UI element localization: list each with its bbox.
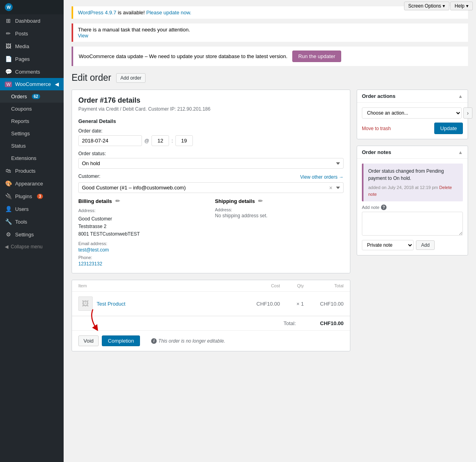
customer-select[interactable]: Good Customer (#1 – info@customweb.com) <box>78 182 344 193</box>
action-select-row: Choose an action... Email invoice / orde… <box>362 107 463 119</box>
sidebar-item-settings2[interactable]: ⚙ Settings <box>0 228 64 241</box>
run-updater-button[interactable]: Run the updater <box>292 51 341 62</box>
move-to-trash-link[interactable]: Move to trash <box>362 126 391 131</box>
items-table-header: Item Cost Qty Total <box>72 280 350 292</box>
item-total: CHF10.00 <box>304 301 344 307</box>
order-details-card: Order #176 details Payment via Credit / … <box>72 90 350 273</box>
billing-city: 8001 TESTCustomwebTEST <box>78 230 207 238</box>
sidebar-item-media[interactable]: 🖼 Media <box>0 40 64 53</box>
sidebar-item-reports[interactable]: Reports <box>0 115 64 127</box>
users-icon: 👤 <box>5 206 12 212</box>
plugins-badge: 3 <box>37 194 43 199</box>
sidebar-item-posts[interactable]: ✏ Posts <box>0 27 64 40</box>
billing-phone-link[interactable]: 123123132 <box>78 261 102 267</box>
add-order-button[interactable]: Add order <box>116 73 146 83</box>
action-go-button[interactable]: › <box>463 107 472 119</box>
add-note-label: Add note ? <box>362 205 463 210</box>
sidebar-item-dashboard[interactable]: ⊞ Dashboard <box>0 14 64 27</box>
sidebar-item-woocommerce[interactable]: W WooCommerce ◀ <box>0 78 64 90</box>
note-footer: Private note Note to customer Add <box>362 240 463 250</box>
page-header: Edit order Add order <box>72 72 468 83</box>
note-type-select[interactable]: Private note Note to customer <box>362 240 414 250</box>
at-label: @ <box>144 138 149 144</box>
sidebar-item-extensions[interactable]: Extensions <box>0 152 64 164</box>
billing-edit-icon[interactable]: ✏ <box>115 198 120 204</box>
order-notes-card: Order notes ▲ Order status changed from … <box>357 146 468 255</box>
update-button[interactable]: Update <box>434 123 463 134</box>
general-details-title: General Details <box>78 118 344 124</box>
void-button[interactable]: Void <box>78 335 99 346</box>
view-link[interactable]: View <box>78 33 88 39</box>
sidebar-item-comments[interactable]: 💬 Comments <box>0 65 64 78</box>
sidebar: W ⊞ Dashboard ✏ Posts 🖼 Media 📄 Pages 💬 … <box>0 0 64 462</box>
sidebar-item-label: Settings <box>15 232 34 238</box>
customer-row: Customer: View other orders → Good Custo… <box>78 173 344 193</box>
order-hour-input[interactable] <box>152 135 169 146</box>
sidebar-item-pages[interactable]: 📄 Pages <box>0 53 64 65</box>
sidebar-item-users[interactable]: 👤 Users <box>0 203 64 215</box>
orders-badge: 62 <box>32 94 40 99</box>
billing-col: Billing details ✏ Address: Good Customer… <box>78 198 207 267</box>
customer-label: Customer: <box>78 173 100 179</box>
completion-button[interactable]: Completion <box>102 335 140 346</box>
screen-options-button[interactable]: Screen Options ▾ <box>404 2 450 10</box>
billing-shipping-cols: Billing details ✏ Address: Good Customer… <box>78 198 344 267</box>
item-name-cell: 🖼 Test Product <box>78 296 240 311</box>
billing-email-label: Email address: <box>78 241 207 246</box>
sidebar-item-orders[interactable]: Orders 62 <box>0 90 64 103</box>
sidebar-item-tools[interactable]: 🔧 Tools <box>0 215 64 228</box>
shipping-edit-icon[interactable]: ✏ <box>258 198 263 204</box>
order-status-select[interactable]: On hold Pending payment Processing Compl… <box>78 158 344 169</box>
order-date-label: Order date: <box>78 128 344 134</box>
plugins-icon: 🔌 <box>5 193 12 199</box>
tools-icon: 🔧 <box>5 218 12 225</box>
sidebar-item-plugins[interactable]: 🔌 Plugins 3 <box>0 190 64 203</box>
order-actions-card: Order actions ▲ Choose an action... Emai… <box>357 90 468 139</box>
order-footer-actions: Void Completion i This order is no longe… <box>72 330 350 351</box>
time-colon: : <box>171 138 173 144</box>
order-title: Order #176 details <box>78 96 344 105</box>
order-minute-input[interactable] <box>175 135 193 146</box>
sidebar-item-settings[interactable]: Settings <box>0 127 64 140</box>
item-thumbnail: 🖼 <box>78 296 93 311</box>
add-note-button[interactable]: Add <box>416 240 435 250</box>
collapse-menu[interactable]: ◀ Collapse menu <box>0 241 64 253</box>
order-date-input[interactable] <box>78 135 142 146</box>
collapse-arrow-icon: ◀ <box>5 244 8 250</box>
order-actions-header[interactable]: Order actions ▲ <box>357 90 468 103</box>
collapse-label: Collapse menu <box>11 244 43 250</box>
billing-street: Teststrasse 2 <box>78 223 207 230</box>
billing-address: Address: Good Customer Teststrasse 2 800… <box>78 207 207 238</box>
customer-clear-icon[interactable]: × <box>329 185 332 191</box>
order-notes-header[interactable]: Order notes ▲ <box>357 146 468 159</box>
posts-icon: ✏ <box>5 30 12 37</box>
order-actions-title: Order actions <box>362 93 396 99</box>
side-column: Order actions ▲ Choose an action... Emai… <box>357 90 468 262</box>
sidebar-item-label: Posts <box>15 31 28 37</box>
shipping-no-address: No shipping address set. <box>215 213 344 218</box>
order-status-row: Order status: On hold Pending payment Pr… <box>78 151 344 169</box>
media-icon: 🖼 <box>5 43 12 49</box>
sidebar-item-status[interactable]: Status <box>0 140 64 152</box>
order-actions-chevron-icon: ▲ <box>458 94 463 99</box>
sidebar-item-appearance[interactable]: 🎨 Appearance <box>0 177 64 190</box>
action-select[interactable]: Choose an action... Email invoice / orde… <box>362 107 462 119</box>
order-notes-body: Order status changed from Pending paymen… <box>357 159 468 255</box>
help-chevron-icon: ▾ <box>466 3 468 9</box>
sidebar-item-coupons[interactable]: Coupons <box>0 103 64 115</box>
sidebar-item-products[interactable]: 🛍 Products <box>0 164 64 177</box>
billing-email-link[interactable]: test@test.com <box>78 247 109 253</box>
wp-update-now-link[interactable]: Please update now. <box>146 10 191 16</box>
settings-icon: ⚙ <box>5 231 12 238</box>
help-button[interactable]: Help ▾ <box>450 2 473 10</box>
view-other-orders-link[interactable]: View other orders → <box>300 174 344 180</box>
col-cost-header: Cost <box>240 283 280 288</box>
add-note-textarea[interactable] <box>362 212 463 236</box>
actions-footer: Move to trash Update <box>362 123 463 134</box>
screen-options-chevron-icon: ▾ <box>443 3 445 9</box>
add-note-info-icon: ? <box>381 205 387 210</box>
wp-version-link[interactable]: WordPress 4.9.7 <box>78 10 117 16</box>
info-icon: i <box>151 338 157 344</box>
item-name-link[interactable]: Test Product <box>97 301 125 307</box>
manual-task-text: There is a manual task that needs your a… <box>78 27 463 33</box>
